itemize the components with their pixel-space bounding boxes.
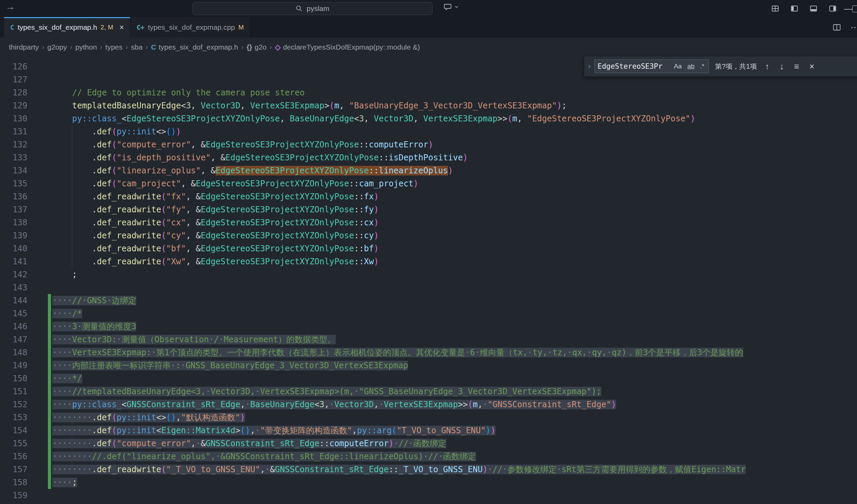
line-number[interactable]: 130 xyxy=(0,112,27,125)
breadcrumb-item[interactable]: python xyxy=(75,43,97,51)
nav-forward-icon[interactable]: → xyxy=(5,1,15,12)
line-number[interactable]: 155 xyxy=(0,437,27,450)
code-line[interactable]: 137 .def_readwrite("fy", &EdgeStereoSE3P… xyxy=(0,203,857,216)
line-number[interactable]: 141 xyxy=(0,255,27,268)
command-center-search[interactable]: pyslam xyxy=(192,2,433,15)
line-number[interactable]: 138 xyxy=(0,216,27,229)
code-line[interactable]: 143 xyxy=(0,281,857,294)
line-number[interactable]: 157 xyxy=(0,463,27,476)
code-line[interactable]: 142 ; xyxy=(0,268,857,281)
find-input[interactable]: EdgeStereoSE3Pr Aa ab .* xyxy=(594,59,709,73)
line-number[interactable]: 147 xyxy=(0,333,27,346)
tab-types_six_dof_expmap.h[interactable]: Ctypes_six_dof_expmap.h2, M× xyxy=(4,17,130,38)
code-line[interactable]: 140 .def_readwrite("bf", &EdgeStereoSE3P… xyxy=(0,242,857,255)
line-number[interactable]: 150 xyxy=(0,372,27,385)
customize-layout-icon[interactable] xyxy=(771,5,779,12)
code-line[interactable]: 156········//.def("linearize_oplus",·&GN… xyxy=(0,450,857,463)
editor-more-actions-button[interactable]: ⋯ xyxy=(850,22,857,33)
regex-toggle[interactable]: .* xyxy=(699,62,706,70)
code-line[interactable]: 157········.def_readwrite("_T_VO_to_GNSS… xyxy=(0,463,857,476)
code-line[interactable]: 145····/* xyxy=(0,307,857,320)
code-line[interactable]: 135 .def("cam_project", &EdgeStereoSE3Pr… xyxy=(0,177,857,190)
code-editor[interactable]: 125126127128 // Edge to optimize only th… xyxy=(0,56,857,504)
code-line[interactable]: 128 // Edge to optimize only the camera … xyxy=(0,86,857,99)
code-line[interactable]: 153········.def(py::init<>(),"默认构造函数") xyxy=(0,411,857,424)
maximize-button[interactable] xyxy=(852,5,857,12)
code-line[interactable]: 133 .def("is_depth_positive", &EdgeStere… xyxy=(0,151,857,164)
breadcrumb-item[interactable]: types xyxy=(105,43,123,51)
code-line[interactable]: 134 .def("linearize_oplus", &EdgeStereoS… xyxy=(0,164,857,177)
line-number[interactable]: 127 xyxy=(0,73,27,86)
code-line[interactable]: 141 .def_readwrite("Xw", &EdgeStereoSE3P… xyxy=(0,255,857,268)
code-line[interactable]: 152····py::class_<GNSSConstraint_sRt_Edg… xyxy=(0,398,857,411)
code-line[interactable]: 144····//·GNSS·边绑定 xyxy=(0,294,857,307)
code-line[interactable]: 158····; xyxy=(0,476,857,489)
toggle-primary-sidebar-icon[interactable] xyxy=(791,5,798,12)
code-line[interactable]: 149····内部注册表唯一标识字符串·:·GNSS_BaseUnaryEdge… xyxy=(0,359,857,372)
find-previous-button[interactable]: ↑ xyxy=(765,62,769,71)
whole-word-toggle[interactable]: ab xyxy=(686,62,696,70)
breadcrumb-item[interactable]: sba xyxy=(131,43,143,51)
split-editor-button[interactable] xyxy=(833,23,841,31)
line-number[interactable]: 151 xyxy=(0,385,27,398)
code-line[interactable]: 132 .def("compute_error", &EdgeStereoSE3… xyxy=(0,138,857,151)
line-number[interactable]: 159 xyxy=(0,489,27,502)
breadcrumb-item[interactable]: g2opy xyxy=(47,43,67,51)
line-number[interactable]: 152 xyxy=(0,398,27,411)
breadcrumb-item[interactable]: Ctypes_six_dof_expmap.h xyxy=(151,43,238,51)
line-number[interactable]: 143 xyxy=(0,281,27,294)
line-number[interactable]: 156 xyxy=(0,450,27,463)
line-number[interactable]: 126 xyxy=(0,60,27,73)
line-number[interactable]: 136 xyxy=(0,190,27,203)
code-content: .def("compute_error", &EdgeStereoSE3Proj… xyxy=(52,138,857,151)
code-line[interactable]: 154········.def(py::init<Eigen::Matrix4d… xyxy=(0,424,857,437)
line-number[interactable]: 137 xyxy=(0,203,27,216)
code-line[interactable]: 155········.def("compute_error",·&GNSSCo… xyxy=(0,437,857,450)
line-number[interactable]: 129 xyxy=(0,99,27,112)
line-number[interactable]: 142 xyxy=(0,268,27,281)
toggle-secondary-sidebar-icon[interactable] xyxy=(829,5,836,12)
line-number[interactable]: 148 xyxy=(0,346,27,359)
code-line[interactable]: 147····Vector3D:·测量值（Observation·/·Measu… xyxy=(0,333,857,346)
line-number[interactable]: 139 xyxy=(0,229,27,242)
line-number[interactable]: 154 xyxy=(0,424,27,437)
line-number[interactable]: 153 xyxy=(0,411,27,424)
code-line[interactable]: 138 .def_readwrite("cx", &EdgeStereoSE3P… xyxy=(0,216,857,229)
line-number[interactable]: 140 xyxy=(0,242,27,255)
breadcrumb-item[interactable]: {}g2o xyxy=(246,43,266,51)
breadcrumb-item[interactable]: ◇declareTypesSixDofExpmap(py::module &) xyxy=(275,43,420,51)
line-number[interactable]: 135 xyxy=(0,177,27,190)
code-line[interactable]: 159 xyxy=(0,489,857,502)
code-line[interactable]: 139 .def_readwrite("cy", &EdgeStereoSE3P… xyxy=(0,229,857,242)
line-number[interactable]: 144 xyxy=(0,294,27,307)
line-number[interactable]: 131 xyxy=(0,125,27,138)
code-line[interactable]: 151····//templatedBaseUnaryEdge<3,·Vecto… xyxy=(0,385,857,398)
toggle-replace-button[interactable]: › xyxy=(584,56,594,76)
breadcrumb-item[interactable]: thirdparty xyxy=(9,43,39,51)
find-in-selection-button[interactable]: ≡ xyxy=(794,62,799,71)
line-number[interactable]: 158 xyxy=(0,476,27,489)
line-number[interactable]: 149 xyxy=(0,359,27,372)
line-number[interactable]: 145 xyxy=(0,307,27,320)
find-close-button[interactable]: × xyxy=(809,62,815,71)
code-line[interactable]: 146····3·测量值的维度3 xyxy=(0,320,857,333)
line-number[interactable]: 128 xyxy=(0,86,27,99)
find-next-button[interactable]: ↓ xyxy=(780,62,784,71)
line-number[interactable]: 146 xyxy=(0,320,27,333)
code-line[interactable]: 148····VertexSE3Expmap:·第1个顶点的类型。一个使用李代数… xyxy=(0,346,857,359)
toggle-panel-icon[interactable] xyxy=(810,5,817,12)
tab-types_six_dof_expmap.cpp[interactable]: C+types_six_dof_expmap.cppM xyxy=(130,17,250,38)
code-line[interactable]: 136 .def_readwrite("fx", &EdgeStereoSE3P… xyxy=(0,190,857,203)
chat-menu-button[interactable] xyxy=(444,3,459,12)
code-line[interactable]: 150····*/ xyxy=(0,372,857,385)
code-line[interactable]: 131 .def(py::init<>()) xyxy=(0,125,857,138)
line-number[interactable]: 132 xyxy=(0,138,27,151)
tab-close-button[interactable]: × xyxy=(119,23,124,32)
line-number[interactable]: 125 xyxy=(0,56,27,60)
code-line[interactable]: 129 templatedBaseUnaryEdge<3, Vector3D, … xyxy=(0,99,857,112)
tab-label: types_six_dof_expmap.h xyxy=(17,23,97,31)
line-number[interactable]: 134 xyxy=(0,164,27,177)
line-number[interactable]: 133 xyxy=(0,151,27,164)
match-case-toggle[interactable]: Aa xyxy=(673,62,683,70)
code-line[interactable]: 130 py::class_<EdgeStereoSE3ProjectXYZOn… xyxy=(0,112,857,125)
